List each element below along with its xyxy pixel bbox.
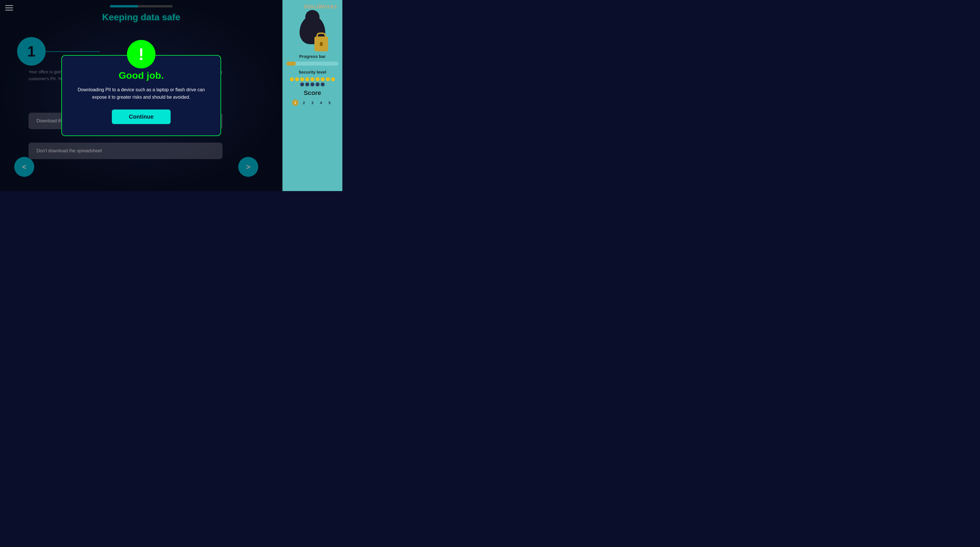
security-dot-3 (300, 77, 304, 81)
modal-box: ! Good job. Downloading PII to a device … (61, 55, 221, 136)
security-dot-14 (321, 83, 325, 86)
modal-overlay: ! Good job. Downloading PII to a device … (0, 0, 282, 191)
continue-button[interactable]: Continue (112, 110, 171, 124)
score-dot-4: 4 (318, 100, 324, 106)
security-label: Security level (299, 70, 326, 75)
security-dots (286, 77, 338, 86)
brand-logo: VinciWorks (286, 3, 338, 10)
sidebar: VinciWorks Progress bar Security level S… (282, 0, 342, 191)
lock-icon (314, 37, 328, 51)
score-label: Score (304, 89, 321, 97)
security-dot-9 (331, 77, 335, 81)
score-dot-2: 2 (301, 100, 307, 106)
score-dot-1: 1 (292, 100, 298, 106)
security-dot-2 (295, 77, 299, 81)
security-dot-6 (315, 77, 320, 81)
security-dot-11 (305, 83, 309, 86)
sidebar-progress-fill (286, 62, 296, 65)
security-dot-12 (310, 83, 314, 86)
security-dot-7 (321, 77, 325, 81)
security-dot-4 (305, 77, 309, 81)
score-dot-3: 3 (309, 100, 315, 106)
exclamation-icon: ! (127, 40, 156, 68)
security-dot-13 (315, 83, 320, 86)
modal-heading: Good job. (76, 70, 206, 81)
score-dot-5: 5 (326, 100, 332, 106)
security-dot-5 (310, 77, 314, 81)
main-content: Keeping data safe 1 Your office is going… (0, 0, 282, 191)
security-dot-1 (290, 77, 294, 81)
sidebar-progress-bar (286, 62, 338, 65)
security-dot-8 (326, 77, 330, 81)
lock-keyhole (320, 42, 323, 46)
score-dots: 12345 (286, 100, 338, 106)
modal-description: Downloading PII to a device such as a la… (76, 86, 206, 101)
progress-label: Progress bar (299, 54, 326, 59)
avatar-area (295, 16, 329, 50)
security-dot-10 (300, 83, 304, 86)
